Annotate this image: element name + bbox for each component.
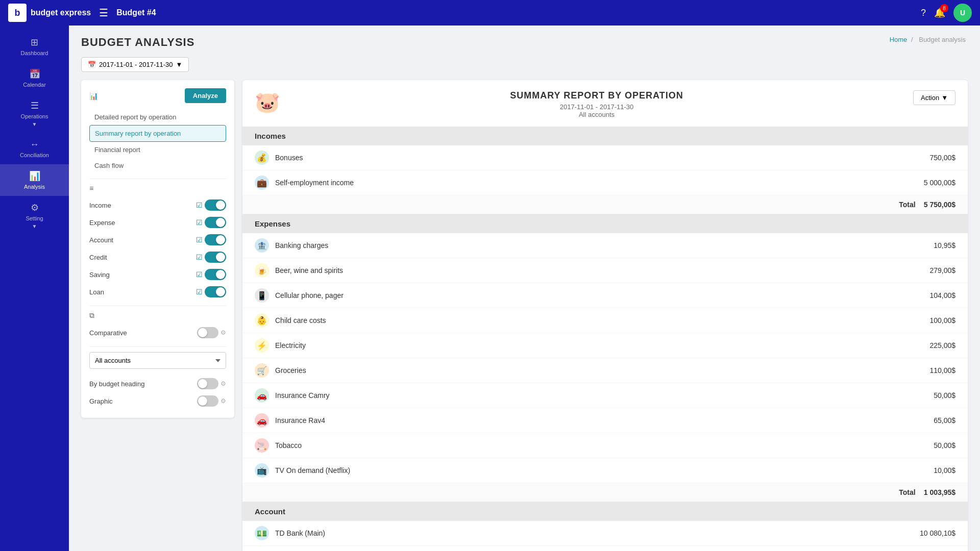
table-row[interactable]: 💰 Bonuses 750,00$ (242, 145, 968, 170)
avatar[interactable]: U (953, 4, 972, 22)
action-button[interactable]: Action ▼ (913, 90, 955, 105)
table-row[interactable]: 💵 TD Bank (Main) 10 080,10$ (242, 521, 968, 546)
toggle-thumb (216, 235, 225, 244)
row-left: 💵 TD Bank (Main) (255, 526, 325, 540)
toggle-comparative-switch[interactable]: ⚙ (197, 327, 226, 338)
row-left: 🍺 Beer, wine and spirits (255, 263, 343, 278)
row-amount: 279,00$ (929, 266, 955, 274)
table-row[interactable]: 🏦 Banking charges 10,95$ (242, 233, 968, 258)
table-row[interactable]: 🛒 Groceries 110,00$ (242, 358, 968, 383)
toggle-saving-switch[interactable]: ☑ (196, 269, 226, 280)
brand-name: budget express (31, 8, 91, 17)
analyze-button[interactable]: Analyze (185, 88, 226, 103)
row-icon: 🍺 (255, 263, 269, 278)
settings-icon: ⚙ (220, 380, 226, 387)
row-left: 💰 Bonuses (255, 151, 303, 165)
toggle-comparative-label: Comparative (89, 329, 127, 337)
toggle-budget-heading-track[interactable] (197, 378, 218, 389)
toggle-thumb (216, 218, 225, 227)
row-label: Child care costs (275, 316, 326, 324)
toggle-expense-switch[interactable]: ☑ (196, 217, 226, 228)
sidebar-item-analysis[interactable]: 📊 Analysis (0, 164, 69, 196)
report-title: SUMMARY REPORT BY OPERATION (280, 90, 913, 101)
chevron-down-icon: ▼ (32, 121, 37, 127)
action-btn-wrapper: Action ▼ (913, 90, 955, 105)
toggle-settings-icon: ⚙ (220, 329, 226, 336)
toggle-credit-label: Credit (89, 254, 107, 261)
date-picker-button[interactable]: 📅 2017-11-01 - 2017-11-30 ▼ (81, 57, 189, 72)
main-content: BUDGET ANALYSIS Home / Budget analysis 📅… (69, 26, 980, 551)
row-left: 🏦 Banking charges (255, 238, 328, 253)
table-row[interactable]: 🚗 Insurance Rav4 65,00$ (242, 408, 968, 433)
logo: b (8, 4, 27, 22)
toggle-account-track[interactable] (205, 234, 226, 245)
report-header-info: SUMMARY REPORT BY OPERATION 2017-11-01 -… (280, 90, 913, 118)
toggle-account-switch[interactable]: ☑ (196, 234, 226, 245)
table-row[interactable]: 🍺 Beer, wine and spirits 279,00$ (242, 258, 968, 283)
row-label: Cellular phone, pager (275, 291, 344, 299)
row-amount: 65,00$ (934, 416, 955, 424)
row-icon: 🏦 (255, 238, 269, 253)
chevron-down-icon: ▼ (176, 61, 183, 68)
sidebar-item-label: Operations (21, 113, 48, 119)
hamburger-icon[interactable]: ☰ (99, 7, 108, 19)
toggle-row-income: Income ☑ (89, 196, 226, 214)
table-row[interactable]: ⚡ Electricity 225,00$ (242, 333, 968, 358)
accounts-select[interactable]: All accounts (89, 352, 226, 369)
toggle-on-icon: ☑ (196, 253, 203, 261)
sidebar-item-setting[interactable]: ⚙ Setting ▼ (0, 196, 69, 235)
report-option-detailed[interactable]: Detailed report by operation (89, 109, 226, 125)
row-icon: 📱 (255, 288, 269, 303)
breadcrumb-home[interactable]: Home (890, 36, 908, 43)
sidebar-item-conciliation[interactable]: ↔ Conciliation (0, 133, 69, 164)
report-option-cashflow[interactable]: Cash flow (89, 158, 226, 173)
table-row[interactable]: 🚗 Insurance Camry 50,00$ (242, 383, 968, 408)
left-panel: 📊 Analyze Detailed report by operation S… (81, 80, 234, 551)
toggle-credit-track[interactable] (205, 252, 226, 263)
toggle-expense-track[interactable] (205, 217, 226, 228)
toggle-loan-track[interactable] (205, 286, 226, 297)
filters-icon: ≡ (89, 184, 226, 192)
toggle-on-icon: ☑ (196, 236, 203, 244)
toggle-comparative-track[interactable] (197, 327, 218, 338)
table-row[interactable]: 🏦 Tangerine 854,00$ (242, 546, 968, 551)
row-amount: 10 080,10$ (920, 529, 955, 537)
toggle-credit-switch[interactable]: ☑ (196, 252, 226, 263)
toggle-graphic-switch[interactable]: ⚙ (197, 395, 226, 407)
table-row[interactable]: 📺 TV On demand (Netflix) 10,00$ (242, 458, 968, 483)
sidebar-item-operations[interactable]: ☰ Operations ▼ (0, 94, 69, 133)
toggle-budget-heading-switch[interactable]: ⚙ (197, 378, 226, 389)
toggle-list: Income ☑ Expense ☑ (89, 196, 226, 300)
brand: b budget express (8, 4, 91, 22)
table-row[interactable]: 👶 Child care costs 100,00$ (242, 308, 968, 333)
row-left: 🛒 Groceries (255, 363, 306, 378)
row-icon: 🚗 (255, 413, 269, 428)
table-row[interactable]: 💼 Self-employment income 5 000,00$ (242, 170, 968, 195)
sidebar-item-calendar[interactable]: 📅 Calendar (0, 62, 69, 94)
bell-icon[interactable]: 🔔 8 (934, 7, 945, 18)
row-amount: 50,00$ (934, 391, 955, 399)
table-row[interactable]: 🚬 Tobacco 50,00$ (242, 433, 968, 458)
dashboard-icon: ⊞ (31, 37, 38, 48)
divider-3 (89, 346, 226, 347)
toggle-loan-switch[interactable]: ☑ (196, 286, 226, 297)
row-label: Electricity (275, 341, 306, 349)
toggle-thumb (198, 379, 207, 388)
total-label: Total (899, 488, 915, 496)
page-title: BUDGET ANALYSIS (81, 36, 194, 49)
toggle-income-track[interactable] (205, 199, 226, 211)
sidebar-item-dashboard[interactable]: ⊞ Dashboard (0, 31, 69, 62)
breadcrumb-current: Budget analysis (919, 36, 966, 43)
toggle-income-switch[interactable]: ☑ (196, 199, 226, 211)
toggle-saving-track[interactable] (205, 269, 226, 280)
toggle-row-expense: Expense ☑ (89, 214, 226, 231)
help-icon[interactable]: ? (921, 8, 926, 18)
report-option-summary[interactable]: Summary report by operation (89, 125, 226, 142)
report-option-financial[interactable]: Financial report (89, 142, 226, 158)
toggle-graphic-track[interactable] (197, 395, 218, 407)
calendar-icon: 📅 (88, 61, 96, 68)
table-row[interactable]: 📱 Cellular phone, pager 104,00$ (242, 283, 968, 308)
row-amount: 10,95$ (934, 241, 955, 249)
toggle-on-icon: ☑ (196, 288, 203, 296)
sidebar-item-label: Dashboard (21, 50, 48, 56)
